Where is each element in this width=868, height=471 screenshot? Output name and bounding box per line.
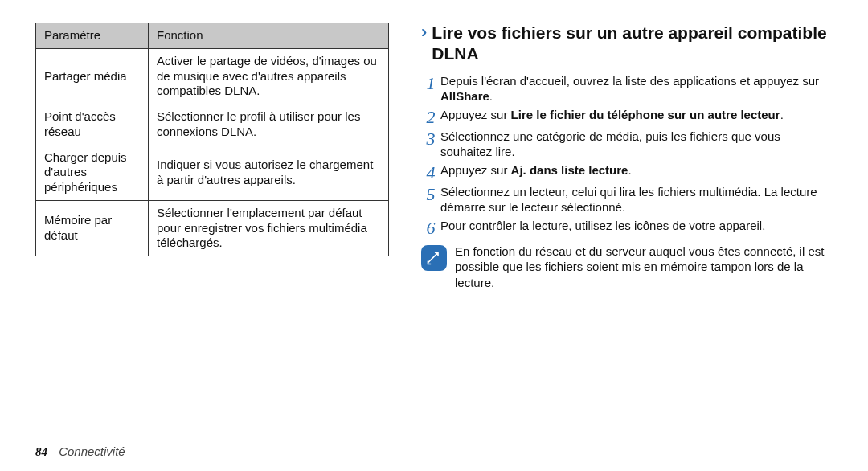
settings-table: Paramètre Fonction Partager média Active… (35, 23, 389, 256)
table-cell-param: Partager média (36, 48, 149, 104)
note: En fonction du réseau et du serveur auqu… (421, 244, 831, 291)
step-number: 2 (421, 107, 440, 126)
note-icon (421, 245, 447, 271)
step-number: 6 (421, 218, 440, 237)
table-cell-func: Sélectionner l'emplacement par défaut po… (149, 200, 389, 256)
step-item: 6 Pour contrôler la lecture, utilisez le… (421, 218, 831, 237)
table-cell-param: Point d'accès réseau (36, 104, 149, 145)
table-header-param: Paramètre (36, 23, 149, 49)
step-item: 2 Appuyez sur Lire le fichier du télépho… (421, 107, 831, 126)
table-cell-param: Charger depuis d'autres périphériques (36, 145, 149, 200)
table-row: Partager média Activer le partage de vid… (36, 48, 389, 104)
table-row: Charger depuis d'autres périphériques In… (36, 145, 389, 200)
chevron-icon: › (421, 23, 427, 65)
step-number: 5 (421, 184, 440, 215)
step-number: 1 (421, 73, 440, 104)
step-text: Depuis l'écran d'accueil, ouvrez la list… (440, 73, 831, 104)
page-footer: 84 Connectivité (35, 444, 125, 460)
step-text: Appuyez sur Lire le fichier du téléphone… (440, 107, 831, 126)
step-item: 3 Sélectionnez une catégorie de média, p… (421, 129, 831, 160)
step-text: Sélectionnez un lecteur, celui qui lira … (440, 184, 831, 215)
table-header-func: Fonction (149, 23, 389, 49)
table-cell-func: Indiquer si vous autorisez le chargement… (149, 145, 389, 200)
table-cell-param: Mémoire par défaut (36, 200, 149, 256)
section-heading: › Lire vos fichiers sur un autre apparei… (421, 23, 831, 65)
page-number: 84 (35, 445, 47, 458)
note-text: En fonction du réseau et du serveur auqu… (455, 244, 831, 291)
table-row: Mémoire par défaut Sélectionner l'emplac… (36, 200, 389, 256)
heading-text: Lire vos fichiers sur un autre appareil … (432, 23, 831, 65)
step-text: Appuyez sur Aj. dans liste lecture. (440, 162, 831, 182)
steps-list: 1 Depuis l'écran d'accueil, ouvrez la li… (421, 73, 831, 237)
step-number: 3 (421, 129, 440, 160)
table-row: Point d'accès réseau Sélectionner le pro… (36, 104, 389, 145)
step-text: Pour contrôler la lecture, utilisez les … (440, 218, 831, 237)
step-item: 1 Depuis l'écran d'accueil, ouvrez la li… (421, 73, 831, 104)
table-cell-func: Activer le partage de vidéos, d'images o… (149, 48, 389, 104)
step-number: 4 (421, 162, 440, 182)
section-label: Connectivité (59, 444, 125, 458)
step-item: 4 Appuyez sur Aj. dans liste lecture. (421, 162, 831, 182)
table-cell-func: Sélectionner le profil à utiliser pour l… (149, 104, 389, 145)
step-text: Sélectionnez une catégorie de média, pui… (440, 129, 831, 160)
step-item: 5 Sélectionnez un lecteur, celui qui lir… (421, 184, 831, 215)
